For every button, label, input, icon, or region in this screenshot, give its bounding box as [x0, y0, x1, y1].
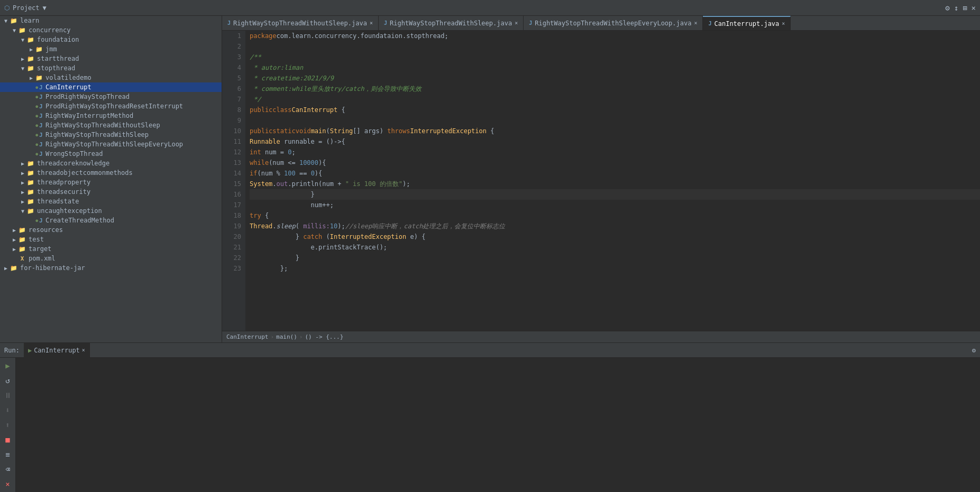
tree-item-RightWayStopThreadWithSleep[interactable]: ●JRightWayStopThreadWithSleep — [0, 130, 222, 140]
tab-close-btn[interactable]: × — [515, 20, 518, 26]
project-dropdown-icon[interactable]: ▼ — [43, 4, 47, 12]
code-line-13: while(num <= 10000){ — [250, 157, 980, 168]
tree-item-threadproperty[interactable]: ▶📁threadproperty — [0, 178, 222, 187]
tree-label: CanInterrupt — [45, 83, 91, 91]
tree-icon-java: ●J — [35, 150, 43, 157]
tree-arrow[interactable]: ▶ — [28, 47, 35, 52]
line-number-11: 🔴11 — [222, 136, 241, 147]
line-number-19: 19 — [222, 221, 241, 231]
step-btn[interactable]: ⬇ — [2, 404, 14, 416]
tree-item-threadsecurity[interactable]: ▶📁threadsecurity — [0, 187, 222, 197]
project-label[interactable]: Project — [13, 4, 40, 12]
tree-item-pom.xml[interactable]: Xpom.xml — [0, 254, 222, 263]
tree-arrow[interactable]: ▶ — [19, 199, 26, 205]
layout-icon[interactable]: ⊞ — [963, 4, 967, 12]
tab-close-btn[interactable]: × — [694, 20, 697, 26]
breadcrumb-part[interactable]: () -> {...} — [305, 333, 343, 340]
tree-item-RightWayStopThreadWithSleepEveryLoop[interactable]: ●JRightWayStopThreadWithSleepEveryLoop — [0, 140, 222, 149]
settings-icon[interactable]: ⚙ — [945, 4, 949, 12]
tree-label: threadobjectcommonmethods — [37, 169, 133, 177]
tree-item-resources[interactable]: ▶📁resources — [0, 225, 222, 235]
tree-item-concurrency[interactable]: ▼📁concurrency — [0, 25, 222, 35]
close-panel-btn[interactable]: × — [2, 478, 14, 490]
tree-item-test[interactable]: ▶📁test — [0, 235, 222, 244]
tree-arrow[interactable]: ▶ — [19, 161, 26, 166]
tree-label: stopthread — [37, 64, 75, 72]
run-tab-close[interactable]: × — [82, 347, 85, 353]
tree-item-threadobjectcommonmethods[interactable]: ▶📁threadobjectcommonmethods — [0, 168, 222, 178]
tree-label: foundataion — [37, 36, 79, 43]
tree-item-ProdRightWayStopThreadResetInterrupt[interactable]: ●JProdRightWayStopThreadResetInterrupt — [0, 101, 222, 111]
tree-arrow[interactable]: ▶ — [28, 75, 35, 81]
tree-item-target[interactable]: ▶📁target — [0, 244, 222, 254]
tree-arrow[interactable]: ▶ — [19, 56, 26, 62]
tab-RightWayStopThreadWithSleep[interactable]: JRightWayStopThreadWithSleep.java× — [379, 16, 524, 30]
tree-label: threadstate — [37, 198, 79, 205]
tree-arrow[interactable]: ▼ — [2, 18, 10, 24]
run-btn[interactable]: ▶ — [2, 360, 14, 372]
code-line-5: * createtime:2021/9/9 — [250, 73, 980, 83]
expand-icon[interactable]: ↕ — [954, 4, 958, 12]
pause-btn[interactable]: ⏸ — [2, 389, 14, 401]
tree-item-RightWayStopThreadWithoutSleep[interactable]: ●JRightWayStopThreadWithoutSleep — [0, 120, 222, 130]
tree-arrow[interactable]: ▼ — [11, 27, 18, 33]
stop-btn[interactable]: ■ — [2, 434, 14, 445]
tree-item-threadstate[interactable]: ▶📁threadstate — [0, 197, 222, 206]
tree-item-uncaughtexception[interactable]: ▼📁uncaughtexception — [0, 206, 222, 216]
tree-arrow[interactable]: ▶ — [2, 265, 10, 271]
tree-arrow[interactable]: ▶ — [11, 237, 18, 243]
tree-icon-dir: 📁 — [10, 264, 18, 272]
run-tab[interactable]: ▶ CanInterrupt × — [24, 343, 90, 358]
run-icon-small: ▶ — [28, 347, 32, 354]
tree-item-stopthread[interactable]: ▼📁stopthread — [0, 63, 222, 73]
code-line-8: public class CanInterrupt { — [250, 105, 980, 115]
tree-item-CanInterrupt[interactable]: ●JCanInterrupt — [0, 82, 222, 92]
line-number-16: 16 — [222, 189, 241, 200]
run-panel: Run: ▶ CanInterrupt × ⚙ ▶ ↺ ⏸ ⬇ ⬆ ■ ≡ ⌫ … — [0, 342, 980, 492]
tab-CanInterrupt[interactable]: JCanInterrupt.java× — [703, 16, 791, 30]
tree-item-ProdRightWayStopThread[interactable]: ●JProdRightWayStopThread — [0, 92, 222, 101]
close-icon[interactable]: × — [972, 4, 976, 12]
code-area[interactable]: package com.learn.concurrency.foundataio… — [245, 31, 980, 331]
tree-item-RightWayInterruptMethod[interactable]: ●JRightWayInterruptMethod — [0, 111, 222, 120]
tree-item-startthread[interactable]: ▶📁startthread — [0, 54, 222, 63]
rerun-btn[interactable]: ↺ — [2, 375, 14, 386]
tab-close-btn[interactable]: × — [782, 21, 785, 26]
tree-item-WrongStopThread[interactable]: ●JWrongStopThread — [0, 149, 222, 159]
tree-item-learn[interactable]: ▼📁learn — [0, 16, 222, 25]
tree-item-volatiledemo[interactable]: ▶📁volatiledemo — [0, 73, 222, 82]
tree-label: RightWayStopThreadWithSleep — [45, 131, 149, 138]
tree-item-threadcoreknowledge[interactable]: ▶📁threadcoreknowledge — [0, 159, 222, 168]
line-number-10: ▶10 — [222, 126, 241, 136]
run-panel-header: Run: ▶ CanInterrupt × ⚙ — [0, 343, 980, 358]
tree-arrow[interactable]: ▼ — [19, 66, 26, 71]
tab-close-btn[interactable]: × — [370, 20, 373, 26]
step-up-btn[interactable]: ⬆ — [2, 419, 14, 431]
tree-label: resources — [29, 226, 63, 234]
tree-item-foundataion[interactable]: ▼📁foundataion — [0, 35, 222, 44]
breadcrumb-part[interactable]: main() — [276, 333, 297, 340]
line-number-15: 15 — [222, 179, 241, 189]
tree-icon-dir: 📁 — [26, 207, 35, 215]
code-line-19: Thread.sleep( millis: 10);//sleep响应中断，ca… — [250, 221, 980, 231]
tab-RightWayStopThreadWithoutSleep[interactable]: JRightWayStopThreadWithoutSleep.java× — [222, 16, 379, 30]
tree-item-for-hibernate-jar[interactable]: ▶📁for-hibernate-jar — [0, 263, 222, 273]
run-settings-icon[interactable]: ⚙ — [972, 347, 976, 354]
code-editor[interactable]: 1234567▶89▶10🔴11121314151617181920212223… — [222, 31, 980, 331]
breadcrumb-part[interactable]: CanInterrupt — [226, 333, 268, 340]
toggle-btn[interactable]: ≡ — [2, 449, 14, 460]
tree-arrow[interactable]: ▼ — [19, 208, 26, 214]
tree-arrow[interactable]: ▶ — [19, 189, 26, 195]
tree-item-jmm[interactable]: ▶📁jmm — [0, 44, 222, 54]
tab-RightWayStopThreadWithSleepEveryLoop[interactable]: JRightWayStopThreadWithSleepEveryLoop.ja… — [524, 16, 703, 30]
code-line-20: } catch (InterruptedException e) { — [250, 231, 980, 242]
clear-btn[interactable]: ⌫ — [2, 463, 14, 475]
tree-arrow[interactable]: ▶ — [11, 227, 18, 233]
tree-arrow[interactable]: ▼ — [19, 37, 26, 43]
top-bar-actions: ⚙ ↕ ⊞ × — [945, 4, 976, 12]
tree-arrow[interactable]: ▶ — [11, 246, 18, 252]
tree-arrow[interactable]: ▶ — [19, 180, 26, 185]
tree-label: startthread — [37, 55, 79, 62]
tree-item-CreateThreadMethod[interactable]: ●JCreateThreadMethod — [0, 216, 222, 225]
tree-arrow[interactable]: ▶ — [19, 170, 26, 176]
